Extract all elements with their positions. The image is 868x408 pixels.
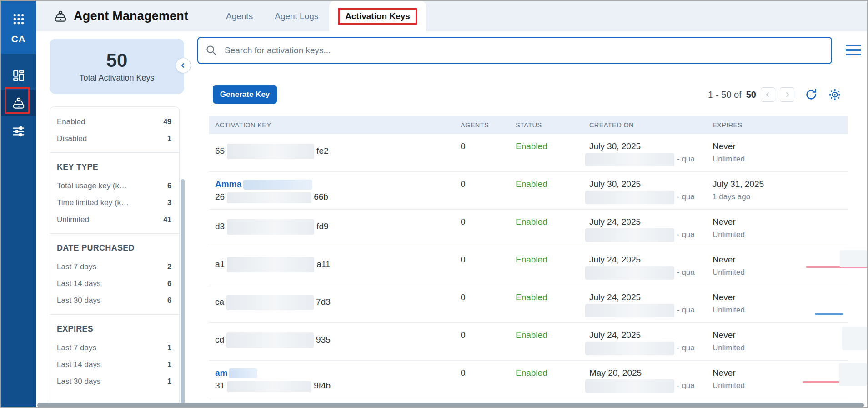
filter-item-count: 41 [163,216,171,224]
filter-item[interactable]: Last 7 days2 [57,258,171,275]
expires-date: Never [712,253,848,266]
filter-item-label: Total usage key (k… [57,181,127,191]
expires-sub-text: Unlimited [712,342,848,354]
created-sub-text: - qua [677,230,695,239]
redaction-blur [585,153,674,166]
chevron-left-icon [179,61,187,70]
table-row[interactable]: am319f4b0EnabledMay 20, 2025- quaNeverUn… [209,361,848,398]
sidebar-item-filter-settings[interactable] [1,118,36,145]
column-header-expires[interactable]: EXPIRES [707,121,848,129]
filter-item-count: 1 [167,361,171,369]
filter-item-count: 3 [167,199,171,207]
pagination-range: 1 - 50 of [708,90,741,100]
horizontal-scrollbar[interactable] [37,403,864,408]
cell-created-on: July 24, 2025- qua [583,285,707,322]
key-suffix: fe2 [316,146,328,156]
generate-key-button[interactable]: Generate Key [213,85,277,104]
sidebar: CA [1,1,36,407]
divider [50,152,179,153]
sidebar-item-dashboard[interactable] [1,62,36,88]
created-sub-text: - qua [677,155,695,163]
key-name-line: am [215,367,455,379]
pagination-total: 50 [746,90,756,100]
created-sub-line: - qua [589,153,707,166]
table-row[interactable]: d3fd90EnabledJuly 24, 2025- quaNeverUnli… [209,210,848,247]
column-header-activation-key[interactable]: ACTIVATION KEY [209,121,455,129]
redaction-blur [840,250,867,267]
tab-label: Agents [226,11,253,21]
created-sub-line: - qua [589,304,707,317]
settings-button[interactable] [828,88,842,101]
status-badge: Enabled [516,368,547,378]
created-sub-line: - qua [589,228,707,242]
redaction-blur [585,379,674,393]
sidebar-item-agent-management[interactable] [1,90,36,116]
table-row[interactable]: Amma2666b0EnabledJuly 30, 2025- quaJuly … [209,172,848,210]
filter-group-title: KEY TYPE [57,156,171,177]
filter-item[interactable]: Disabled1 [57,130,171,147]
created-sub-text: - qua [677,381,695,390]
filter-item-label: Last 30 days [57,377,100,386]
filter-item[interactable]: Last 14 days6 [57,275,171,292]
created-date: July 30, 2025 [589,178,707,191]
key-prefix: d3 [215,222,225,231]
table-row[interactable]: cd9350EnabledJuly 24, 2025- quaNeverUnli… [209,323,848,361]
agent-management-page: CA [0,0,868,408]
redaction-blur [842,327,867,350]
filter-item[interactable]: Total usage key (k…6 [57,177,171,194]
redaction-blur [585,191,674,204]
activation-key-link[interactable]: am [215,368,227,378]
next-page-button[interactable] [780,87,794,102]
tab-agents[interactable]: Agents [215,1,264,31]
redaction-blur [227,144,314,159]
filter-item[interactable]: Last 7 days1 [57,339,171,356]
cell-created-on: July 24, 2025- qua [583,247,707,285]
sliders-icon [11,124,26,139]
filter-item[interactable]: Last 14 days1 [57,356,171,373]
key-value-line: 65fe2 [215,144,455,159]
key-prefix: 26 [215,192,225,201]
filter-item[interactable]: Enabled49 [57,113,171,130]
activation-key-link[interactable]: Amma [215,179,241,189]
key-suffix: 66b [314,192,328,201]
prev-page-button[interactable] [761,87,775,102]
filter-item[interactable]: Last 30 days6 [57,292,171,309]
waffle-menu-icon[interactable] [1,10,36,28]
collapse-panel-button[interactable] [176,58,191,73]
key-prefix: cd [215,335,224,344]
cell-agents: 0 [455,323,510,360]
cell-status: Enabled [510,134,583,171]
cell-agents: 0 [455,134,510,171]
expires-date: July 31, 2025 [712,178,848,191]
tab-agent-logs[interactable]: Agent Logs [264,1,329,31]
column-header-created-on[interactable]: CREATED ON [583,121,707,129]
total-keys-count: 50 [106,50,128,71]
key-value-line: 2666b [215,191,455,204]
cell-status: Enabled [510,323,583,360]
column-header-status[interactable]: STATUS [510,121,583,129]
column-header-agents[interactable]: AGENTS [455,121,510,129]
menu-icon[interactable] [846,45,861,55]
key-value-line: ca7d3 [215,295,455,310]
redaction-blur [229,368,257,378]
filter-scrollbar[interactable] [181,179,185,408]
status-badge: Enabled [516,179,547,189]
table-row[interactable]: ca7d30EnabledJuly 24, 2025- quaNeverUnli… [209,285,848,323]
search-input[interactable] [197,37,832,64]
redaction-blur [585,266,674,280]
table-row[interactable]: a1a110EnabledJuly 24, 2025- quaNeverUnli… [209,247,848,285]
table-row[interactable]: 65fe20EnabledJuly 30, 2025- quaNeverUnli… [209,134,848,172]
annotation-line-blue [815,313,843,315]
filter-item[interactable]: Time limited key (k…3 [57,194,171,211]
key-value-line: cd935 [215,332,455,348]
tab-activation-keys[interactable]: Activation Keys [329,1,426,31]
chevron-left-icon [764,91,772,99]
expires-date: Never [712,291,848,304]
cell-expires: July 31, 20251 days ago [707,172,848,209]
key-value-line: 319f4b [215,379,455,393]
created-sub-text: - qua [677,343,695,352]
filter-item[interactable]: Unlimited41 [57,211,171,228]
refresh-button[interactable] [804,88,818,101]
expires-date: Never [712,367,848,379]
filter-item[interactable]: Last 30 days1 [57,373,171,390]
